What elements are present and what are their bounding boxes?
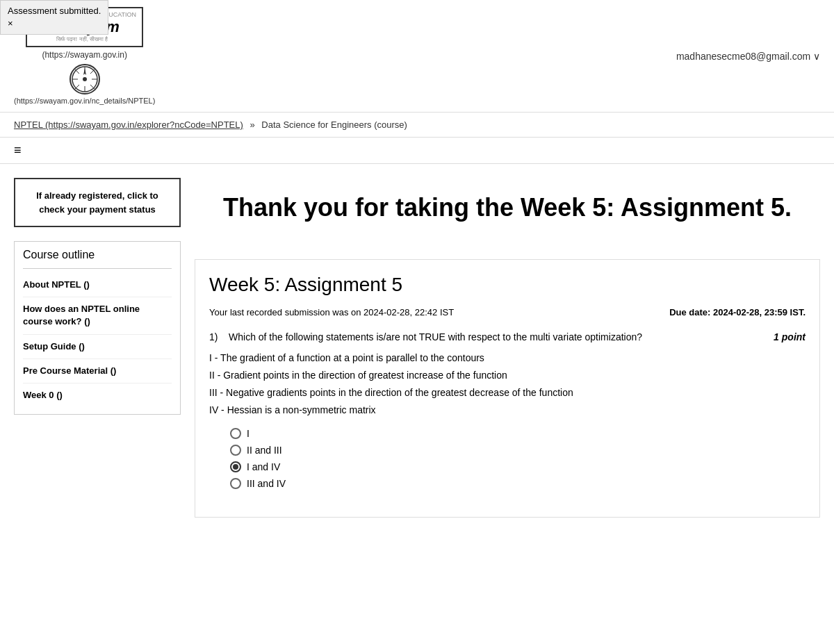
submission-info: Your last recorded submission was on 202… <box>209 307 806 317</box>
radio-option-III-IV[interactable]: III and IV <box>230 478 806 489</box>
radio-label-II-III: II and III <box>247 445 282 456</box>
radio-label-III-IV: III and IV <box>247 478 286 489</box>
sidebar-item-label: Pre Course Material () <box>23 365 116 376</box>
radio-option-I-IV[interactable]: I and IV <box>230 461 806 472</box>
radio-option-I[interactable]: I <box>230 428 806 439</box>
sidebar-item-week0[interactable]: Week 0 () <box>23 383 172 407</box>
menu-bar: ≡ <box>0 138 834 164</box>
radio-circle-III-IV <box>230 478 241 489</box>
content-area: Thank you for taking the Week 5: Assignm… <box>195 178 820 518</box>
sidebar-item-about-nptel[interactable]: About NPTEL () <box>23 273 172 297</box>
svg-line-7 <box>75 69 79 74</box>
swayam-link[interactable]: (https://swayam.gov.in) <box>42 50 126 60</box>
breadcrumb-course: Data Science for Engineers (course) <box>261 119 407 130</box>
assignment-title: Week 5: Assignment 5 <box>209 274 806 296</box>
radio-option-II-III[interactable]: II and III <box>230 445 806 456</box>
main-layout: If already registered, click to check yo… <box>0 164 834 531</box>
due-date-text: Due date: 2024-02-28, 23:59 IST. <box>669 307 806 317</box>
dropdown-arrow: ∨ <box>813 51 820 62</box>
answer-line-1: I - The gradient of a function at a poin… <box>209 349 806 367</box>
question-1-points: 1 point <box>774 331 806 342</box>
svg-line-10 <box>75 85 79 89</box>
answer-line-4: IV - Hessian is a non-symmetric matrix <box>209 402 806 419</box>
sidebar-item-how-course-works[interactable]: How does an NPTEL online course work? () <box>23 297 172 334</box>
user-email: madhanesecme08@gmail.com <box>676 51 810 62</box>
nptel-logo-container: (https://swayam.gov.in/nc_details/NPTEL) <box>14 64 155 105</box>
header-user-area: madhanesecme08@gmail.com ∨ <box>676 51 820 62</box>
svg-line-9 <box>90 69 95 74</box>
question-1-body: Which of the following statements is/are… <box>229 331 642 342</box>
question-1-header: 1) Which of the following statements is/… <box>209 331 806 342</box>
last-submission-text: Your last recorded submission was on 202… <box>209 307 454 317</box>
nptel-link[interactable]: (https://swayam.gov.in/nc_details/NPTEL) <box>14 97 155 105</box>
sidebar-item-pre-course-material[interactable]: Pre Course Material () <box>23 359 172 383</box>
assignment-section: Week 5: Assignment 5 Your last recorded … <box>195 259 820 518</box>
sidebar-divider <box>23 268 172 269</box>
sidebar-item-label: Setup Guide () <box>23 341 85 352</box>
radio-circle-I-IV <box>230 461 241 472</box>
sidebar-item-setup-guide[interactable]: Setup Guide () <box>23 335 172 359</box>
radio-label-I-IV: I and IV <box>247 461 280 472</box>
sidebar-item-label: About NPTEL () <box>23 279 90 290</box>
svg-line-8 <box>90 85 95 89</box>
assessment-notification: Assessment submitted. × <box>0 0 108 35</box>
radio-circle-I <box>230 428 241 439</box>
svg-marker-11 <box>83 68 86 75</box>
answer-options-text: I - The gradient of a function at a poin… <box>209 349 806 420</box>
header: FREE ONLINE EDUCATION swayam सिर्फ पढ़ना… <box>0 0 834 113</box>
breadcrumb-separator: » <box>250 119 254 130</box>
payment-status-box[interactable]: If already registered, click to check yo… <box>14 178 181 227</box>
answer-line-2: II - Gradient points in the direction of… <box>209 367 806 384</box>
sidebar-item-label: How does an NPTEL online course work? () <box>23 304 140 327</box>
course-outline-title: Course outline <box>23 249 172 261</box>
question-1-block: 1) Which of the following statements is/… <box>209 331 806 489</box>
breadcrumb-nptel[interactable]: NPTEL (https://swayam.gov.in/explorer?nc… <box>14 119 243 130</box>
notification-text: Assessment submitted. <box>8 6 101 16</box>
svg-point-2 <box>83 77 87 81</box>
sidebar-item-label: Week 0 () <box>23 390 63 400</box>
thank-you-heading: Thank you for taking the Week 5: Assignm… <box>195 178 820 238</box>
question-1-text: 1) Which of the following statements is/… <box>209 331 760 342</box>
question-1-number: 1) <box>209 331 218 342</box>
radio-circle-II-III <box>230 445 241 456</box>
radio-options: I II and III I and IV III and IV <box>230 428 806 489</box>
swayam-subtagline: सिर्फ पढ़ना नहीं, सीखना है <box>56 36 136 43</box>
user-email-dropdown[interactable]: madhanesecme08@gmail.com ∨ <box>676 51 820 62</box>
course-outline-box: Course outline About NPTEL () How does a… <box>14 241 181 415</box>
answer-line-3: III - Negative gradients points in the d… <box>209 384 806 402</box>
breadcrumb: NPTEL (https://swayam.gov.in/explorer?nc… <box>0 113 834 138</box>
nptel-logo <box>70 64 100 94</box>
radio-label-I: I <box>247 428 250 439</box>
notification-close[interactable]: × <box>8 17 101 30</box>
hamburger-icon[interactable]: ≡ <box>14 143 22 157</box>
sidebar: If already registered, click to check yo… <box>14 178 181 518</box>
